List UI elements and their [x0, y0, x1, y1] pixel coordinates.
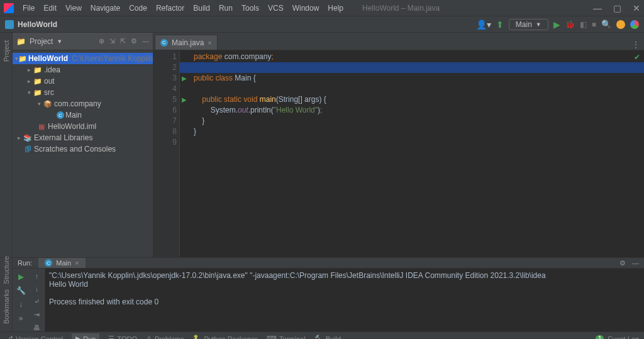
bottom-todo[interactable]: ☰TODO [108, 335, 137, 339]
tab-more-icon[interactable]: ⋮ [631, 40, 640, 50]
class-icon: C [45, 259, 52, 267]
close-icon[interactable]: ✕ [633, 3, 640, 13]
project-tree: ▾📁 HelloWorld C:\Users\Yannik Kopplin\Id… [13, 50, 153, 257]
tab-close-icon[interactable]: × [208, 39, 211, 47]
run-settings-icon[interactable]: ⚙ [619, 259, 626, 267]
down-icon[interactable]: ↓ [19, 300, 23, 309]
menu-help[interactable]: Help [324, 3, 347, 14]
tree-out[interactable]: ▸📁out [13, 75, 153, 87]
menu-file[interactable]: File [19, 3, 38, 14]
editor-tabbar: C Main.java × ⋮ [153, 33, 644, 50]
titlebar: File Edit View Navigate Code Refactor Bu… [0, 0, 644, 16]
python-icon: 🐍 [192, 335, 201, 339]
inspection-ok-icon[interactable]: ✔ [634, 53, 640, 62]
run-hide-icon[interactable]: — [632, 259, 639, 267]
editor-tab-main[interactable]: C Main.java × [155, 35, 218, 50]
tree-main-class[interactable]: CMain [13, 109, 153, 121]
menu-tools[interactable]: Tools [238, 3, 263, 14]
run-tabs: Run: C Main × ⚙ — [13, 258, 644, 269]
tree-iml[interactable]: ▦HelloWorld.iml [13, 121, 153, 132]
maximize-icon[interactable]: ▢ [613, 3, 621, 13]
add-user-icon[interactable]: 👤▾ [476, 19, 491, 30]
app-logo [4, 3, 14, 13]
class-icon: C [160, 39, 168, 47]
sidetab-structure[interactable]: Structure [3, 256, 10, 284]
bottom-run[interactable]: ▶Run [72, 333, 99, 339]
tree-idea[interactable]: ▸📁.idea [13, 64, 153, 75]
project-panel: 📁 Project ▼ ⊕ ⇲ ⇱ ⚙ — ▾📁 HelloWorld C:\U… [13, 33, 153, 257]
main-area: Project 📁 Project ▼ ⊕ ⇲ ⇱ ⚙ — ▾📁 HelloWo… [0, 33, 644, 257]
bottom-eventlog[interactable]: Event Log [608, 335, 639, 340]
sidetab-bookmarks[interactable]: Bookmarks [3, 289, 10, 324]
hide-panel-icon[interactable]: — [142, 37, 149, 45]
menu-build[interactable]: Build [189, 3, 214, 14]
editor-panel: C Main.java × ⋮ 1 2 3▶ 4 5▶ 6 7 8 9 pack… [153, 33, 644, 257]
scroll-end-icon[interactable]: ⇥ [34, 311, 40, 319]
run-label: Run: [18, 259, 32, 267]
menu-code[interactable]: Code [125, 3, 151, 14]
code-area[interactable]: package com.company; public class Main {… [180, 50, 644, 257]
warning-icon: ⚠ [146, 335, 152, 339]
bottom-python[interactable]: 🐍Python Packages [192, 335, 258, 339]
bottom-terminal[interactable]: ⌨Terminal [267, 335, 306, 339]
breadcrumb-project[interactable]: HelloWorld [18, 20, 57, 29]
up-arrow-icon[interactable]: ↑ [35, 272, 39, 280]
chevron-down-icon[interactable]: ▼ [57, 38, 62, 45]
ide-features-icon[interactable] [630, 20, 639, 29]
rerun-icon[interactable]: ▶ [18, 272, 24, 281]
select-opened-icon[interactable]: ⊕ [99, 37, 104, 45]
settings-icon[interactable]: ⚙ [131, 37, 137, 45]
expand-all-icon[interactable]: ⇲ [109, 37, 115, 45]
console-output[interactable]: "C:\Users\Yannik Kopplin\.jdks\openjdk-1… [45, 269, 644, 331]
run-config-label: Main [516, 20, 532, 29]
editor-tab-label: Main.java [172, 38, 204, 47]
terminal-icon: ⌨ [267, 335, 277, 339]
event-log-badge: 1 [596, 335, 604, 339]
tree-external-libs[interactable]: ▸📚External Libraries [13, 132, 153, 143]
class-icon: C [57, 111, 64, 119]
menu-navigate[interactable]: Navigate [87, 3, 124, 14]
bottom-build[interactable]: 🔨Build [314, 335, 341, 339]
print-icon[interactable]: 🖶 [33, 324, 40, 331]
tree-root[interactable]: ▾📁 HelloWorld C:\Users\Yannik Kopplin\Id… [13, 53, 153, 64]
tab-close-icon[interactable]: × [75, 259, 79, 267]
run-configuration-select[interactable]: Main ▼ [509, 19, 548, 30]
wrench-icon[interactable]: 🔧 [16, 286, 26, 295]
sidetab-project[interactable]: Project [3, 40, 10, 62]
minimize-icon[interactable]: — [593, 3, 602, 13]
menu-run[interactable]: Run [215, 3, 236, 14]
down-arrow-icon[interactable]: ↓ [35, 285, 39, 292]
run-tool-window: Structure Bookmarks Run: C Main × ⚙ — ▶ … [0, 257, 644, 331]
more-icon[interactable]: » [19, 314, 23, 323]
run-tab-main[interactable]: C Main × [38, 258, 85, 268]
editor-body[interactable]: 1 2 3▶ 4 5▶ 6 7 8 9 package com.company;… [153, 50, 644, 257]
collapse-all-icon[interactable]: ⇱ [120, 37, 126, 45]
left-tool-strip: Project [0, 33, 13, 257]
menu-refactor[interactable]: Refactor [152, 3, 188, 14]
branch-icon: ⎇ [5, 335, 13, 339]
tree-package[interactable]: ▾📦com.company [13, 98, 153, 109]
stop-icon[interactable]: ■ [592, 20, 596, 29]
search-icon[interactable]: 🔍 [601, 19, 611, 29]
run-body: ▶ 🔧 ↓ » ↑ ↓ ⤶ ⇥ 🖶 "C:\Users\Yannik Koppl… [13, 269, 644, 331]
debug-button[interactable]: 🐞 [565, 20, 575, 29]
bottom-vcs[interactable]: ⎇Version Control [5, 335, 63, 339]
chevron-down-icon: ▼ [536, 21, 541, 28]
run-button[interactable]: ▶ [553, 19, 560, 30]
tree-src[interactable]: ▾📁src [13, 87, 153, 98]
ide-update-icon[interactable] [616, 20, 625, 29]
soft-wrap-icon[interactable]: ⤶ [34, 297, 40, 306]
build-icon[interactable]: ⬆ [496, 19, 504, 30]
run-tool-column-1: ▶ 🔧 ↓ » [13, 269, 29, 331]
menu-edit[interactable]: Edit [40, 3, 60, 14]
menu-view[interactable]: View [62, 3, 86, 14]
todo-icon: ☰ [108, 335, 114, 339]
menu-window[interactable]: Window [289, 3, 323, 14]
coverage-icon[interactable]: ◧ [580, 20, 587, 29]
menu-vcs[interactable]: VCS [264, 3, 287, 14]
bottom-problems[interactable]: ⚠Problems [146, 335, 184, 339]
tree-scratches[interactable]: 🗐Scratches and Consoles [13, 143, 153, 155]
project-panel-header: 📁 Project ▼ ⊕ ⇲ ⇱ ⚙ — [13, 33, 153, 50]
left-tool-strip-bottom: Structure Bookmarks [0, 258, 13, 331]
project-panel-title[interactable]: Project [30, 37, 53, 46]
